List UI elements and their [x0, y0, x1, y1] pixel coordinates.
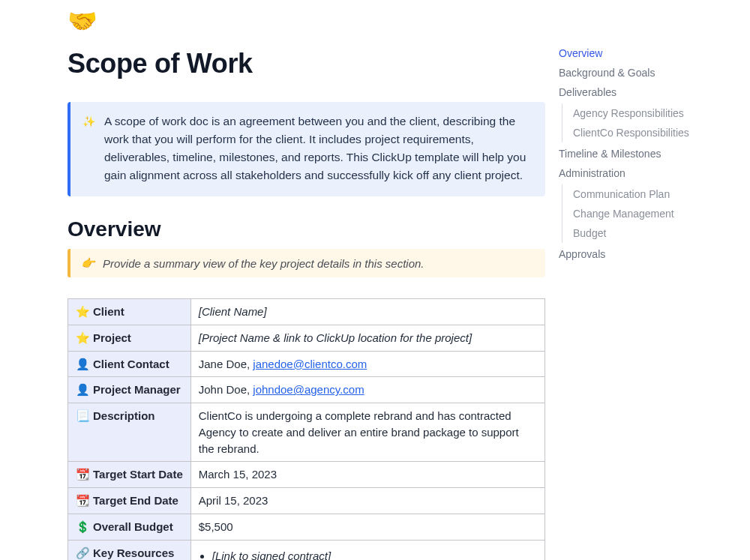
table-row: 👤Project Manager John Doe, johndoe@agenc… [68, 377, 545, 403]
row-label: Target Start Date [93, 468, 183, 481]
row-value[interactable]: $5,500 [199, 520, 233, 533]
list-item[interactable]: [Link to signed contract] [212, 548, 537, 560]
row-value[interactable]: ClientCo is undergoing a complete rebran… [199, 409, 519, 455]
doc-icon: 🤝 [68, 9, 545, 33]
pointer-icon: 👉 [81, 256, 95, 270]
table-row: 📆Target Start Date March 15, 2023 [68, 462, 545, 488]
row-value[interactable]: March 15, 2023 [199, 468, 277, 481]
table-row: ⭐Project [Project Name & link to ClickUp… [68, 325, 545, 351]
calendar-icon: 📆 [76, 494, 90, 507]
table-row: 🔗Key Resources [Link to signed contract]… [68, 540, 545, 560]
star-icon: ⭐ [76, 305, 90, 318]
page-icon: 📃 [76, 409, 90, 422]
overview-heading: Overview [68, 217, 545, 241]
person-icon: 👤 [76, 383, 90, 396]
table-row: 💲Overall Budget $5,500 [68, 514, 545, 540]
outline-item-overview[interactable]: Overview [559, 43, 738, 63]
outline-item-approvals[interactable]: Approvals [559, 244, 738, 264]
outline-item-deliverables[interactable]: Deliverables [559, 82, 738, 102]
link-icon: 🔗 [76, 547, 90, 559]
row-label: Project Manager [93, 383, 181, 396]
intro-callout-text: A scope of work doc is an agreement betw… [104, 112, 530, 184]
table-row: ⭐Client [Client Name] [68, 299, 545, 325]
row-label: Key Resources [93, 547, 174, 559]
key-resources-list: [Link to signed contract] [Link to Click… [212, 548, 537, 560]
outline-item-clientco-resp[interactable]: ClientCo Responsibilities [573, 123, 738, 142]
outline-item-background[interactable]: Background & Goals [559, 63, 738, 82]
row-label: Target End Date [93, 494, 178, 507]
table-row: 📆Target End Date April 15, 2023 [68, 488, 545, 514]
row-value[interactable]: [Client Name] [199, 305, 267, 318]
sparkles-icon: ✨ [82, 114, 95, 184]
outline-sidebar: Overview Background & Goals Deliverables… [559, 0, 750, 264]
overview-hint-text: Provide a summary view of the key projec… [103, 257, 424, 270]
dollar-icon: 💲 [76, 520, 90, 533]
row-value[interactable]: April 15, 2023 [199, 494, 268, 507]
row-value[interactable]: [Project Name & link to ClickUp location… [199, 331, 472, 344]
outline-item-administration[interactable]: Administration [559, 163, 738, 183]
outline-item-budget[interactable]: Budget [573, 223, 738, 243]
outline-item-comm-plan[interactable]: Communication Plan [573, 184, 738, 204]
overview-hint: 👉 Provide a summary view of the key proj… [68, 249, 545, 277]
star-icon: ⭐ [76, 331, 90, 344]
outline-item-agency-resp[interactable]: Agency Responsibilities [573, 103, 738, 123]
pm-email-link[interactable]: johndoe@agency.com [253, 383, 364, 396]
row-label: Overall Budget [93, 520, 173, 533]
person-icon: 👤 [76, 358, 90, 370]
row-value-prefix: Jane Doe, [199, 358, 254, 370]
document-body: 🤝 Scope of Work ✨ A scope of work doc is… [0, 0, 559, 560]
row-label: Client Contact [93, 358, 170, 370]
outline-list: Overview Background & Goals Deliverables… [559, 43, 738, 264]
overview-table: ⭐Client [Client Name] ⭐Project [Project … [68, 298, 545, 560]
table-row: 👤Client Contact Jane Doe, janedoe@client… [68, 351, 545, 377]
row-label: Client [93, 305, 124, 318]
row-label: Description [93, 409, 155, 422]
intro-callout: ✨ A scope of work doc is an agreement be… [68, 102, 545, 196]
page-title: Scope of Work [68, 48, 545, 79]
client-contact-email-link[interactable]: janedoe@clientco.com [253, 358, 367, 370]
table-row: 📃Description ClientCo is undergoing a co… [68, 403, 545, 462]
row-label: Project [93, 331, 131, 344]
outline-item-change-mgmt[interactable]: Change Management [573, 204, 738, 223]
outline-item-timeline[interactable]: Timeline & Milestones [559, 144, 738, 163]
row-value-prefix: John Doe, [199, 383, 254, 396]
calendar-icon: 📆 [76, 468, 90, 481]
